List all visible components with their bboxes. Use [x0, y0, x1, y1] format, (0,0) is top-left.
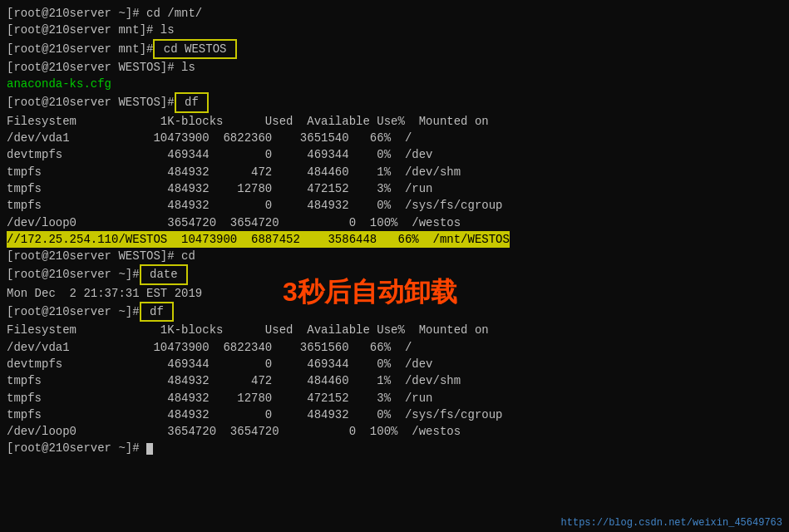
line-14-nfs: //172.25.254.110/WESTOS 10473900 6887452…	[7, 231, 782, 248]
line-24: tmpfs 484932 0 484932 0% /sys/fs/cgroup	[7, 406, 782, 423]
cmd-box-4: df	[140, 302, 175, 322]
line-15: [root@210server WESTOS]# cd	[7, 248, 782, 264]
line-25: /dev/loop0 3654720 3654720 0 100% /westo…	[7, 423, 782, 440]
line-22: tmpfs 484932 472 484460 1% /dev/shm	[7, 372, 782, 389]
cursor	[146, 443, 153, 455]
line-3: [root@210server mnt]# cd WESTOS	[7, 39, 782, 59]
line-1: [root@210server ~]# cd /mnt/	[7, 5, 782, 22]
cmd-box-3: date	[140, 264, 188, 284]
line-11: tmpfs 484932 12780 472152 3% /run	[7, 180, 782, 197]
line-10: tmpfs 484932 472 484460 1% /dev/shm	[7, 164, 782, 180]
line-4: [root@210server WESTOS]# ls	[7, 59, 782, 76]
line-7-header: Filesystem 1K-blocks Used Available Use%…	[7, 113, 782, 130]
line-21: devtmpfs 469344 0 469344 0% /dev	[7, 356, 782, 372]
line-13: /dev/loop0 3654720 3654720 0 100% /westo…	[7, 214, 782, 231]
blog-link[interactable]: https://blog.csdn.net/weixin_45649763	[561, 517, 782, 529]
line-20: /dev/vda1 10473900 6822340 3651560 66% /	[7, 339, 782, 356]
line-12: tmpfs 484932 0 484932 0% /sys/fs/cgroup	[7, 197, 782, 214]
line-6: [root@210server WESTOS]# df	[7, 92, 782, 112]
line-9: devtmpfs 469344 0 469344 0% /dev	[7, 146, 782, 163]
line-8: /dev/vda1 10473900 6822360 3651540 66% /	[7, 130, 782, 146]
line-19-header: Filesystem 1K-blocks Used Available Use%…	[7, 322, 782, 338]
annotation-text: 3秒后自动卸载	[283, 274, 457, 311]
line-5-green: anaconda-ks.cfg	[7, 76, 782, 92]
nfs-mount-row: //172.25.254.110/WESTOS 10473900 6887452…	[7, 231, 510, 248]
cmd-box-2: df	[175, 92, 210, 112]
line-23: tmpfs 484932 12780 472152 3% /run	[7, 390, 782, 406]
terminal: [root@210server ~]# cd /mnt/ [root@210se…	[0, 0, 789, 532]
line-2: [root@210server mnt]# ls	[7, 22, 782, 38]
cmd-box-1: cd WESTOS	[153, 39, 236, 59]
line-26-prompt: [root@210server ~]#	[7, 440, 782, 456]
